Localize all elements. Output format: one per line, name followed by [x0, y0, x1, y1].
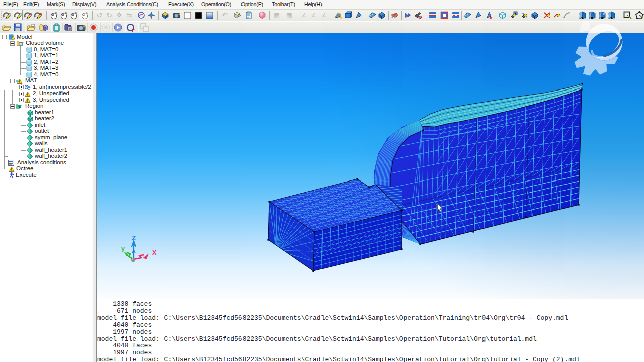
svg-text:y: y [121, 245, 125, 252]
svg-text:X: X [152, 249, 157, 256]
svg-text:Z: Z [132, 234, 136, 242]
